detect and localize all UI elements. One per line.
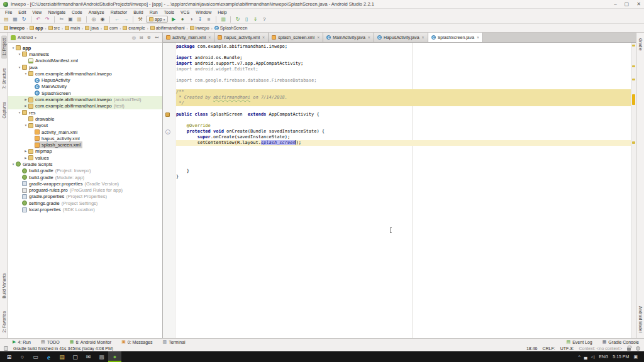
chevron-expanded-icon[interactable]: ▼ [11,163,16,166]
redo-icon[interactable]: ↷ [44,16,50,23]
menu-build[interactable]: Build [130,10,147,14]
volume-icon[interactable]: ◁ [591,354,594,359]
tree-item-androidmanifest-xml[interactable]: AndroidManifest.xml [8,58,162,64]
tree-item-gradle-properties-project-properties[interactable]: gradle.properties (Project Properties) [8,194,162,200]
tab-splash-screen-xml[interactable]: splash_screen.xml× [269,33,323,42]
toolwindow-toggle-icon[interactable] [4,346,8,351]
tray-expand-icon[interactable]: ^ [578,354,580,359]
code-line-17[interactable]: super.onCreate(savedInstanceState); [176,134,631,140]
toolwindow-button-0-messages[interactable]: ▣0: Messages [121,339,152,344]
menu-code[interactable]: Code [69,10,86,14]
code-line-12[interactable] [176,106,631,112]
close-icon[interactable]: × [262,35,265,40]
menu-tools[interactable]: Tools [161,10,177,14]
code-line-5[interactable]: import android.widget.EditText; [176,67,631,72]
code-line-15[interactable]: @Override [176,123,631,129]
code-line-11[interactable]: */ [176,101,631,106]
code-line-8[interactable] [176,84,631,89]
breadcrumb-java[interactable]: java [85,26,99,30]
toolwindow-button-1-project[interactable]: 1: Project [1,35,7,58]
line-separator[interactable]: CRLF: [542,346,555,351]
chevron-collapsed-icon[interactable]: ▶ [23,150,28,153]
error-stripe-mark[interactable] [632,94,635,105]
tree-item-drawable[interactable]: drawable [8,116,162,122]
save-all-icon[interactable]: ▦ [12,16,18,23]
tree-item-hapusactivity[interactable]: CHapusActivity [8,77,162,83]
tab-hapus-activity-xml[interactable]: hapus_activity.xml× [214,33,269,42]
menu-analyze[interactable]: Analyze [86,10,108,14]
minimize-button[interactable]: – [614,1,616,7]
menu-file[interactable]: File [2,10,15,14]
run-configuration-selector[interactable]: app▾ [146,16,168,23]
tree-item-settings-gradle-project-settings[interactable]: settings.gradle (Project Settings) [8,200,162,206]
forward-icon[interactable]: → [123,16,129,23]
menu-help[interactable]: Help [214,10,230,14]
maximize-button[interactable]: ▢ [625,1,630,7]
code-line-18[interactable]: setContentView(R.layout.splash_screen); [176,140,631,146]
breadcrumb-app[interactable]: app [30,26,43,30]
settings-icon[interactable]: ⚙ [146,35,152,40]
caret-position[interactable]: 18:46 [526,346,538,351]
code-line-10[interactable]: * Created by abifirmandhani on 7/14/2018… [176,95,631,101]
tree-item-res[interactable]: ▼res [8,109,162,116]
avd-manager-icon[interactable]: ▯ [243,16,250,23]
locate-icon[interactable]: ◎ [131,35,137,40]
tree-item-build-gradle-project-inwepo[interactable]: build.gradle (Project: Inwepo) [8,168,162,174]
code-line-22[interactable] [176,163,631,168]
menu-window[interactable]: Window [192,10,214,14]
error-stripe-mark[interactable] [632,45,635,47]
menu-navigate[interactable]: Navigate [45,10,69,14]
search-icon[interactable]: ○ [16,351,29,362]
error-stripe[interactable] [631,43,636,338]
chevron-expanded-icon[interactable]: ▼ [17,66,22,69]
code-area[interactable]: ↑ package com.example.abifirmandhani.inw… [163,43,636,338]
chevron-collapsed-icon[interactable]: ▶ [23,104,28,107]
project-view-selector[interactable]: Android [18,35,33,40]
menu-run[interactable]: Run [147,10,161,14]
breadcrumb-example[interactable]: example [123,26,145,30]
tree-item-mainactivity[interactable]: CMainActivity [8,84,162,90]
find-icon[interactable]: ◎ [91,16,97,23]
breadcrumb-inwepo[interactable]: Inwepo [4,26,25,30]
code-line-14[interactable] [176,118,631,123]
android-monitor-icon[interactable]: ▥ [220,16,226,23]
paste-icon[interactable]: ▥ [76,16,82,23]
code-line-4[interactable]: import android.support.v7.app.AppCompatA… [176,61,631,67]
run-icon[interactable]: ▶ [170,16,177,23]
error-stripe-mark[interactable] [632,65,635,67]
code-line-21[interactable] [176,157,631,163]
code-line-2[interactable] [176,50,631,55]
chevron-expanded-icon[interactable]: ▼ [23,72,28,75]
store-icon[interactable]: ▢ [69,351,82,362]
tree-item-com-example-abifirmandhani-inwepo[interactable]: ▼com.example.abifirmandhani.inwepo [8,70,162,77]
stop-icon[interactable]: ■ [206,16,212,23]
toolwindow-button-6-android-monitor[interactable]: ▦6: Android Monitor [70,339,111,344]
toolwindow-button-event-log[interactable]: ▤Event Log [567,339,592,344]
android-studio-icon[interactable]: ● [108,351,121,362]
menu-vcs[interactable]: VCS [177,10,192,14]
breadcrumb-splashscreen[interactable]: CSplashScreen [214,26,248,30]
close-icon[interactable]: × [208,35,211,40]
tree-item-java[interactable]: ▼java [8,64,162,70]
toolwindow-button-gradle[interactable]: Gradle [638,35,643,54]
undo-icon[interactable]: ↶ [35,16,42,23]
code-line-24[interactable]: } [176,174,631,180]
tree-item-hapus-activity-xml[interactable]: hapus_activity.xml [8,135,162,141]
close-icon[interactable]: × [477,35,479,40]
replace-icon[interactable]: ◉ [99,16,106,23]
menu-view[interactable]: View [29,10,45,14]
tree-item-splash-screen-xml[interactable]: splash_screen.xml [8,141,162,148]
tab-hapusactivity-java[interactable]: CHapusActivity.java× [374,33,428,42]
edge-icon[interactable]: e [42,351,55,362]
close-icon[interactable]: × [422,35,425,40]
breadcrumb-abifirmandhani[interactable]: abifirmandhani [150,26,185,30]
tab-splashscreen-java[interactable]: CSplashScreen.java× [428,33,483,42]
tree-item-com-example-abifirmandhani-inwepo-test[interactable]: ▶com.example.abifirmandhani.inwepo (test… [8,103,162,109]
error-stripe-mark[interactable] [632,79,635,80]
attach-debugger-icon[interactable]: ↧ [197,16,203,23]
toolwindow-button-2-favorites[interactable]: 2: Favorites [1,308,7,336]
toolwindow-button-gradle-console[interactable]: ▦Gradle Console [602,339,639,344]
toolwindow-button-build-variants[interactable]: Build Variants [1,270,7,302]
coverage-icon[interactable]: ◑ [188,16,194,23]
chevron-expanded-icon[interactable]: ▼ [17,111,22,114]
